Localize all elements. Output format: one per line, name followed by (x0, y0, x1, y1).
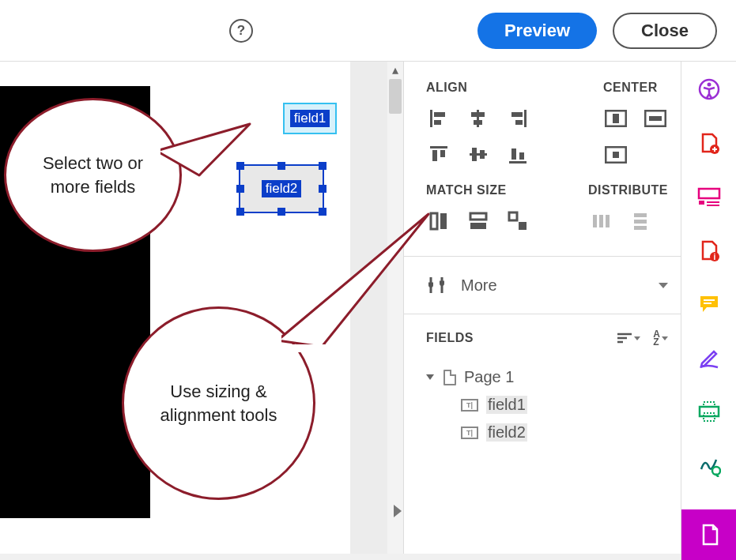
distribute-vertical-icon (628, 209, 653, 234)
svg-rect-11 (440, 150, 445, 157)
form-field-2-selected[interactable]: field2 (239, 164, 324, 213)
match-size-title: MATCH SIZE (426, 183, 541, 197)
top-toolbar: ? Preview Close (0, 0, 736, 62)
panel-divider (404, 314, 681, 314)
svg-rect-32 (606, 215, 610, 227)
svg-point-39 (707, 83, 711, 87)
svg-text:i: i (713, 253, 715, 261)
svg-rect-10 (432, 150, 437, 161)
svg-rect-27 (470, 223, 486, 229)
center-section-title: CENTER (603, 81, 668, 95)
prepare-form-icon[interactable] (681, 509, 737, 560)
align-left-icon[interactable] (426, 106, 451, 131)
svg-rect-17 (519, 152, 524, 160)
fields-filter-button[interactable] (617, 332, 640, 344)
properties-panel: ALIGN CENTER MATCH SIZE (403, 62, 681, 560)
organize-pages-icon[interactable] (696, 183, 723, 210)
textfield-icon: T| (461, 399, 478, 412)
scroll-up-icon[interactable]: ▴ (387, 62, 403, 77)
align-middle-v-icon[interactable] (466, 142, 491, 167)
fields-tree: Page 1 T| field1 T| field2 (426, 363, 668, 446)
svg-rect-4 (471, 112, 485, 117)
svg-rect-5 (474, 120, 482, 125)
svg-rect-13 (472, 148, 477, 161)
field-label: field1 (290, 110, 330, 127)
svg-rect-8 (515, 120, 523, 125)
form-field-1[interactable]: field1 (283, 103, 337, 134)
textfield-icon: T| (461, 427, 478, 439)
svg-rect-1 (434, 112, 445, 117)
match-height-icon[interactable] (466, 209, 491, 234)
expander-icon[interactable] (426, 374, 434, 380)
comment-icon[interactable] (696, 291, 723, 318)
svg-rect-14 (480, 150, 485, 159)
callout-text: Use sizing & alignment tools (124, 380, 313, 427)
close-button[interactable]: Close (613, 13, 717, 49)
svg-rect-25 (440, 213, 447, 229)
svg-rect-9 (430, 146, 447, 148)
print-icon[interactable] (696, 398, 723, 425)
resize-handle[interactable] (319, 162, 326, 170)
field-label: field2 (262, 180, 302, 197)
chevron-down-icon (634, 336, 640, 340)
resize-handle[interactable] (277, 162, 285, 170)
svg-rect-0 (430, 110, 432, 127)
resize-handle[interactable] (236, 185, 244, 193)
preview-button[interactable]: Preview (477, 13, 597, 49)
svg-rect-31 (599, 215, 603, 227)
sign-icon[interactable] (696, 452, 723, 479)
create-pdf-icon[interactable] (696, 130, 723, 156)
resize-handle[interactable] (236, 208, 244, 216)
panel-collapse-icon[interactable] (394, 505, 402, 517)
field-name: field1 (486, 396, 527, 414)
page-label: Page 1 (464, 368, 514, 386)
svg-rect-29 (519, 222, 527, 230)
edit-icon[interactable] (696, 344, 723, 371)
svg-rect-16 (511, 148, 516, 160)
svg-rect-30 (593, 215, 597, 227)
svg-rect-2 (434, 120, 441, 125)
align-bottom-icon[interactable] (505, 142, 530, 167)
horizontal-scrollbar[interactable] (0, 554, 681, 560)
tree-field-node[interactable]: T| field2 (426, 419, 668, 446)
center-both-icon[interactable] (603, 142, 628, 167)
match-both-icon[interactable] (505, 209, 530, 234)
align-right-icon[interactable] (505, 106, 530, 131)
svg-rect-28 (509, 212, 517, 220)
tool-rail: i (681, 62, 736, 560)
center-horizontal-icon[interactable] (603, 106, 628, 131)
chevron-down-icon (662, 336, 668, 340)
callout-use-tools: Use sizing & alignment tools (122, 306, 315, 500)
callout-text: Select two or more fields (6, 152, 179, 198)
help-button[interactable]: ? (229, 19, 253, 43)
svg-rect-42 (699, 201, 704, 205)
accessibility-icon[interactable] (696, 76, 723, 103)
tree-field-node[interactable]: T| field1 (426, 391, 668, 419)
svg-rect-19 (613, 114, 619, 123)
fields-sort-button[interactable]: AZ (653, 330, 668, 346)
svg-rect-26 (470, 213, 486, 220)
more-dropdown[interactable]: More (426, 268, 668, 303)
center-vertical-icon[interactable] (643, 106, 668, 131)
svg-rect-7 (511, 112, 523, 117)
align-top-icon[interactable] (426, 142, 451, 167)
resize-handle[interactable] (319, 185, 326, 193)
scroll-thumb[interactable] (389, 79, 402, 114)
pdf-info-icon[interactable]: i (696, 237, 723, 264)
page-icon (443, 370, 456, 385)
svg-rect-35 (634, 226, 647, 230)
distribute-title: DISTRIBUTE (588, 183, 668, 197)
svg-rect-46 (700, 407, 719, 416)
align-center-h-icon[interactable] (466, 106, 491, 131)
svg-rect-41 (699, 189, 719, 198)
tree-page-node[interactable]: Page 1 (426, 363, 668, 391)
svg-rect-15 (509, 161, 527, 163)
fields-section-title: FIELDS (426, 331, 604, 345)
svg-rect-21 (649, 116, 662, 121)
more-label: More (461, 276, 646, 295)
svg-rect-34 (634, 220, 647, 224)
field-name: field2 (486, 423, 527, 442)
chevron-down-icon (659, 283, 668, 288)
svg-rect-33 (634, 213, 647, 217)
panel-divider (404, 256, 681, 257)
